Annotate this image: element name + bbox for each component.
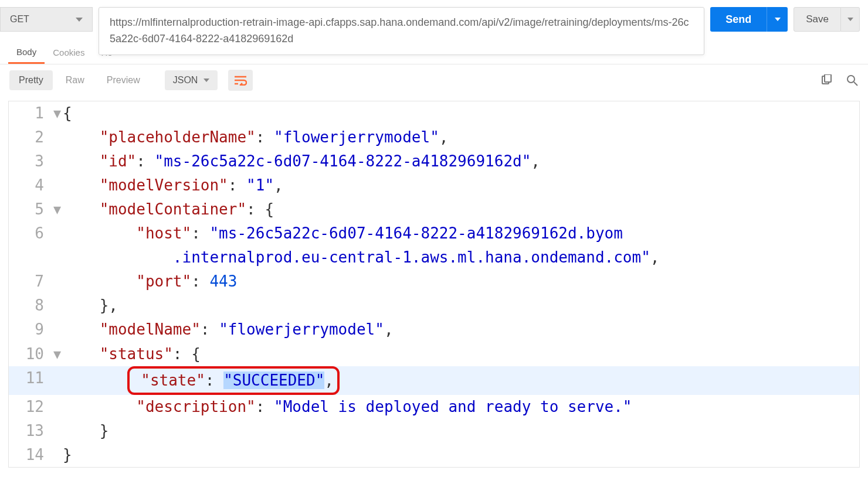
chevron-down-icon (204, 79, 209, 82)
wrap-icon (234, 75, 247, 86)
search-button[interactable] (846, 74, 859, 87)
code-line: "state": "SUCCEEDED", (62, 366, 859, 395)
line-number: 3 (9, 149, 53, 173)
search-icon (846, 74, 858, 86)
code-line: "port": 443 (62, 270, 859, 294)
svg-rect-3 (825, 74, 831, 82)
view-preview[interactable]: Preview (97, 70, 150, 90)
line-number: 7 (9, 270, 53, 294)
line-number (9, 246, 53, 270)
view-raw[interactable]: Raw (56, 70, 94, 90)
line-number: 12 (9, 395, 53, 419)
chevron-down-icon (76, 18, 83, 22)
code-line: "placeholderName": "flowerjerrymodel", (62, 125, 859, 149)
send-dropdown-button[interactable] (767, 7, 788, 32)
format-value: JSON (173, 75, 198, 86)
code-line: "status": { (62, 342, 859, 366)
wrap-lines-button[interactable] (228, 70, 253, 91)
fold-toggle[interactable]: ▾ (53, 197, 62, 221)
line-number: 5 (9, 197, 53, 221)
line-number: 9 (9, 318, 53, 342)
view-pretty[interactable]: Pretty (9, 70, 53, 90)
code-line: } (62, 443, 859, 467)
code-line: "id": "ms-26c5a22c-6d07-4164-8222-a41829… (62, 149, 859, 173)
save-dropdown-button[interactable] (841, 7, 860, 32)
code-line: } (62, 419, 859, 443)
line-number: 14 (9, 443, 53, 467)
send-button[interactable]: Send (710, 7, 767, 32)
http-method-value: GET (10, 14, 29, 25)
line-number: 4 (9, 173, 53, 197)
code-line: "modelContainer": { (62, 197, 859, 221)
chevron-down-icon (775, 18, 781, 21)
response-body[interactable]: 1▾{ 2 "placeholderName": "flowerjerrymod… (8, 101, 860, 468)
code-line: "description": "Model is deployed and re… (62, 395, 859, 419)
save-button-group: Save (794, 7, 860, 32)
code-line: "modelName": "flowerjerrymodel", (62, 318, 859, 342)
svg-point-4 (847, 76, 855, 83)
send-button-group: Send (710, 7, 788, 32)
copy-button[interactable] (820, 74, 833, 87)
line-number: 6 (9, 221, 53, 246)
copy-icon (820, 74, 832, 86)
code-line: { (62, 101, 859, 125)
line-number: 8 (9, 294, 53, 318)
code-line: }, (62, 294, 859, 318)
code-line: "modelVersion": "1", (62, 173, 859, 197)
fold-toggle[interactable]: ▾ (53, 101, 62, 125)
save-button[interactable]: Save (794, 7, 841, 32)
request-bar: GET https://mlfinternalproduction-retrai… (0, 0, 868, 55)
http-method-select[interactable]: GET (0, 7, 93, 32)
line-number: 2 (9, 125, 53, 149)
format-select[interactable]: JSON (165, 70, 218, 90)
line-number: 13 (9, 419, 53, 443)
code-line: .internalprod.eu-central-1.aws.ml.hana.o… (62, 246, 859, 270)
response-view-row: Pretty Raw Preview JSON (0, 68, 868, 93)
chevron-down-icon (847, 18, 853, 21)
line-number: 11 (9, 366, 53, 395)
svg-line-5 (854, 82, 857, 86)
code-line: "host": "ms-26c5a22c-6d07-4164-8222-a418… (62, 221, 859, 246)
line-number: 10 (9, 342, 53, 366)
highlight-box: "state": "SUCCEEDED", (127, 366, 340, 395)
fold-toggle[interactable]: ▾ (53, 342, 62, 366)
line-number: 1 (9, 101, 53, 125)
url-input[interactable]: https://mlfinternalproduction-retrain-im… (99, 7, 704, 55)
